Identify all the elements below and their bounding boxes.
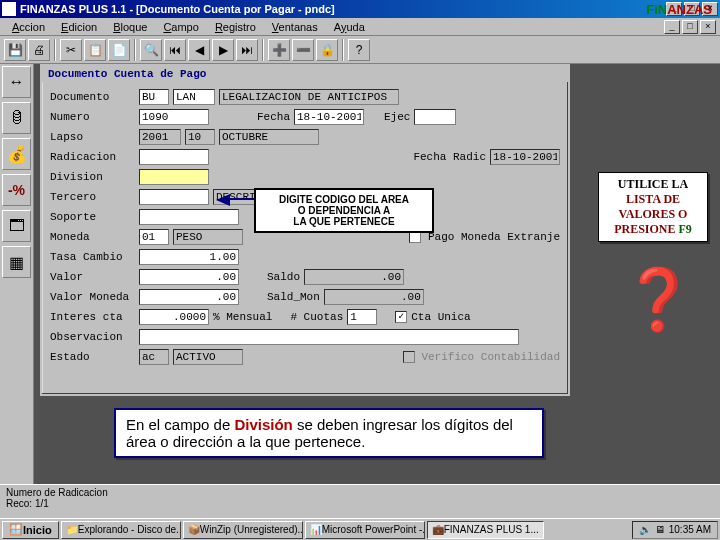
toolbar-separator bbox=[134, 39, 136, 61]
lapso-year bbox=[139, 129, 181, 145]
label-cta-unica: Cta Unica bbox=[411, 311, 470, 323]
nav-next-button[interactable]: ▶ bbox=[212, 39, 234, 61]
app-title: FINANZAS PLUS 1.1 - [Documento Cuenta po… bbox=[20, 3, 666, 15]
help-button[interactable]: ? bbox=[348, 39, 370, 61]
toolbar-separator bbox=[342, 39, 344, 61]
lapso-desc bbox=[219, 129, 319, 145]
label-verifico: Verifico Contabilidad bbox=[421, 351, 560, 363]
ejec-input[interactable] bbox=[414, 109, 456, 125]
side-percent-icon[interactable]: -% bbox=[2, 174, 31, 206]
delete-record-button[interactable]: ➖ bbox=[292, 39, 314, 61]
label-pago-moneda: Pago Moneda Extranje bbox=[428, 231, 560, 243]
hint-line4a: PRESIONE bbox=[614, 222, 678, 236]
label-numero: Numero bbox=[50, 111, 135, 123]
label-estado: Estado bbox=[50, 351, 135, 363]
lapso-month bbox=[185, 129, 215, 145]
estado-code bbox=[139, 349, 169, 365]
estado-desc bbox=[173, 349, 243, 365]
nav-last-button[interactable]: ⏭ bbox=[236, 39, 258, 61]
search-button[interactable]: 🔍 bbox=[140, 39, 162, 61]
question-mark-icon: ❓ bbox=[621, 264, 696, 335]
documento-code-b-input[interactable] bbox=[173, 89, 215, 105]
label-saldo: Saldo bbox=[267, 271, 300, 283]
tray-icon[interactable]: 🖥 bbox=[655, 524, 665, 535]
cuotas-input[interactable] bbox=[347, 309, 377, 325]
hint-line2: LISTA DE bbox=[605, 192, 701, 207]
moneda-code-input[interactable] bbox=[139, 229, 169, 245]
app-icon bbox=[2, 2, 16, 16]
menu-registro[interactable]: Registro bbox=[207, 19, 264, 35]
observacion-input[interactable] bbox=[139, 329, 519, 345]
tray-clock: 10:35 AM bbox=[669, 524, 711, 535]
start-button[interactable]: 🪟 Inicio bbox=[2, 521, 59, 539]
save-button[interactable]: 💾 bbox=[4, 39, 26, 61]
mdi-close-button[interactable]: × bbox=[700, 20, 716, 34]
numero-input[interactable] bbox=[139, 109, 209, 125]
fecha-radic bbox=[490, 149, 560, 165]
label-moneda: Moneda bbox=[50, 231, 135, 243]
label-documento: Documento bbox=[50, 91, 135, 103]
side-grid-icon[interactable]: ▦ bbox=[2, 246, 31, 278]
toolbar-separator bbox=[262, 39, 264, 61]
fecha-input[interactable] bbox=[294, 109, 364, 125]
cta-unica-checkbox[interactable]: ✓ bbox=[395, 311, 407, 323]
label-division: Division bbox=[50, 171, 135, 183]
label-valor-moneda: Valor Moneda bbox=[50, 291, 135, 303]
print-button[interactable]: 🖨 bbox=[28, 39, 50, 61]
label-fecha-radic: Fecha Radic bbox=[413, 151, 486, 163]
toolbar: 💾 🖨 ✂ 📋 📄 🔍 ⏮ ◀ ▶ ⏭ ➕ ➖ 🔒 ? FiNANZAS bbox=[0, 36, 720, 64]
mdi-minimize-button[interactable]: _ bbox=[664, 20, 680, 34]
hint-f9: F9 bbox=[679, 222, 692, 236]
valor-input[interactable] bbox=[139, 269, 239, 285]
side-window-icon[interactable]: 🗔 bbox=[2, 210, 31, 242]
menu-campo[interactable]: Campo bbox=[155, 19, 206, 35]
lock-button[interactable]: 🔒 bbox=[316, 39, 338, 61]
statusbar: Numero de Radicacion Reco: 1/1 bbox=[0, 484, 720, 518]
menu-ventanas[interactable]: Ventanas bbox=[264, 19, 326, 35]
documento-code-a-input[interactable] bbox=[139, 89, 169, 105]
side-expand-icon[interactable]: ↔ bbox=[2, 66, 31, 98]
tercero-input[interactable] bbox=[139, 189, 209, 205]
label-sald-mon: Sald_Mon bbox=[267, 291, 320, 303]
label-mensual: % Mensual bbox=[213, 311, 272, 323]
task-powerpoint[interactable]: 📊 Microsoft PowerPoint -... bbox=[305, 521, 425, 539]
nav-prev-button[interactable]: ◀ bbox=[188, 39, 210, 61]
tasa-cambio-input[interactable] bbox=[139, 249, 239, 265]
nav-first-button[interactable]: ⏮ bbox=[164, 39, 186, 61]
task-finanzas[interactable]: 💼 FINANZAS PLUS 1... bbox=[427, 521, 544, 539]
moneda-desc bbox=[173, 229, 243, 245]
cut-button[interactable]: ✂ bbox=[60, 39, 82, 61]
division-input[interactable] bbox=[139, 169, 209, 185]
tray-icon[interactable]: 🔊 bbox=[639, 524, 651, 535]
new-record-button[interactable]: ➕ bbox=[268, 39, 290, 61]
valor-moneda-input[interactable] bbox=[139, 289, 239, 305]
taskbar: 🪟 Inicio 📁 Explorando - Disco de... 📦 Wi… bbox=[0, 518, 720, 540]
toolbar-separator bbox=[54, 39, 56, 61]
callout-tooltip: DIGITE CODIGO DEL AREA O DEPENDENCIA A L… bbox=[254, 188, 434, 233]
menu-ayuda[interactable]: Ayuda bbox=[326, 19, 373, 35]
task-explorer[interactable]: 📁 Explorando - Disco de... bbox=[61, 521, 181, 539]
label-tercero: Tercero bbox=[50, 191, 135, 203]
interes-input[interactable] bbox=[139, 309, 209, 325]
menu-bloque[interactable]: Bloque bbox=[105, 19, 155, 35]
documento-desc bbox=[219, 89, 399, 105]
menu-edicion[interactable]: Edicion bbox=[53, 19, 105, 35]
radicacion-input[interactable] bbox=[139, 149, 209, 165]
label-fecha: Fecha bbox=[257, 111, 290, 123]
soporte-input[interactable] bbox=[139, 209, 239, 225]
side-money-icon[interactable]: 💰 bbox=[2, 138, 31, 170]
label-lapso: Lapso bbox=[50, 131, 135, 143]
paste-button[interactable]: 📄 bbox=[108, 39, 130, 61]
task-winzip[interactable]: 📦 WinZip (Unregistered)... bbox=[183, 521, 303, 539]
menu-accion[interactable]: AAccionccion bbox=[4, 19, 53, 35]
instruction-box: En el campo de División se deben ingresa… bbox=[114, 408, 544, 458]
mdi-maximize-button[interactable]: □ bbox=[682, 20, 698, 34]
label-soporte: Soporte bbox=[50, 211, 135, 223]
copy-button[interactable]: 📋 bbox=[84, 39, 106, 61]
label-radicacion: Radicacion bbox=[50, 151, 135, 163]
callout-line1: DIGITE CODIGO DEL AREA bbox=[260, 194, 428, 205]
callout-line3: LA QUE PERTENECE bbox=[260, 216, 428, 227]
saldo-field bbox=[304, 269, 404, 285]
side-barrel-icon[interactable]: 🛢 bbox=[2, 102, 31, 134]
label-cuotas: # Cuotas bbox=[290, 311, 343, 323]
